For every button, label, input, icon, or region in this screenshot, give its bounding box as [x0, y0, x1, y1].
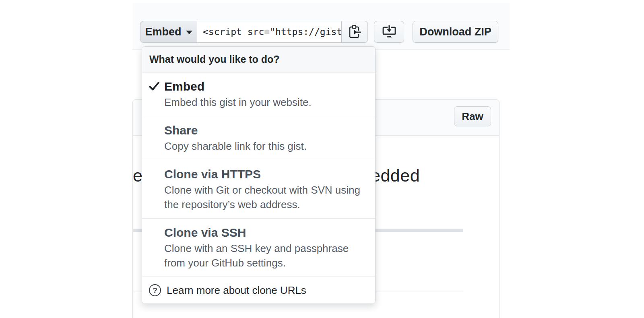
learn-more-clone-urls-link[interactable]: ? Learn more about clone URLs: [142, 277, 375, 304]
download-zip-label: Download ZIP: [419, 26, 491, 38]
menu-item-title: Clone via SSH: [164, 225, 365, 240]
hidden-content-text-right: edded: [371, 166, 420, 186]
gist-page: Embed: [0, 0, 644, 318]
hidden-content-text-left: e: [133, 166, 142, 186]
menu-item-title: Embed: [164, 79, 365, 94]
menu-item-clone-https[interactable]: Clone via HTTPS Clone with Git or checko…: [142, 160, 375, 219]
check-icon: [149, 81, 160, 91]
download-zip-button[interactable]: Download ZIP: [413, 21, 498, 43]
question-icon: ?: [149, 284, 161, 296]
clipboard-copy-icon: [348, 25, 361, 39]
download-button[interactable]: [374, 21, 404, 43]
learn-more-label: Learn more about clone URLs: [167, 283, 306, 297]
menu-item-clone-ssh[interactable]: Clone via SSH Clone with an SSH key and …: [142, 219, 375, 277]
dropdown-header: What would you like to do?: [142, 47, 375, 72]
menu-item-title: Clone via HTTPS: [164, 167, 365, 182]
caret-down-icon: [186, 31, 192, 34]
raw-button[interactable]: Raw: [454, 106, 491, 126]
menu-item-description: Clone with Git or checkout with SVN usin…: [164, 183, 365, 212]
menu-item-share[interactable]: Share Copy sharable link for this gist.: [142, 116, 375, 160]
embed-button-group: Embed: [140, 21, 368, 43]
copy-to-clipboard-button[interactable]: [342, 21, 368, 43]
menu-item-description: Copy sharable link for this gist.: [164, 139, 365, 153]
menu-item-description: Clone with an SSH key and passphrase fro…: [164, 241, 365, 270]
menu-item-title: Share: [164, 123, 365, 138]
embed-options-dropdown: What would you like to do? Embed Embed t…: [142, 46, 376, 304]
menu-item-description: Embed this gist in your website.: [164, 95, 365, 109]
embed-dropdown-toggle[interactable]: Embed: [140, 21, 197, 43]
desktop-download-icon: [382, 25, 396, 39]
embed-toggle-label: Embed: [145, 26, 181, 38]
menu-item-embed[interactable]: Embed Embed this gist in your website.: [142, 72, 375, 116]
embed-code-input[interactable]: [197, 21, 342, 43]
